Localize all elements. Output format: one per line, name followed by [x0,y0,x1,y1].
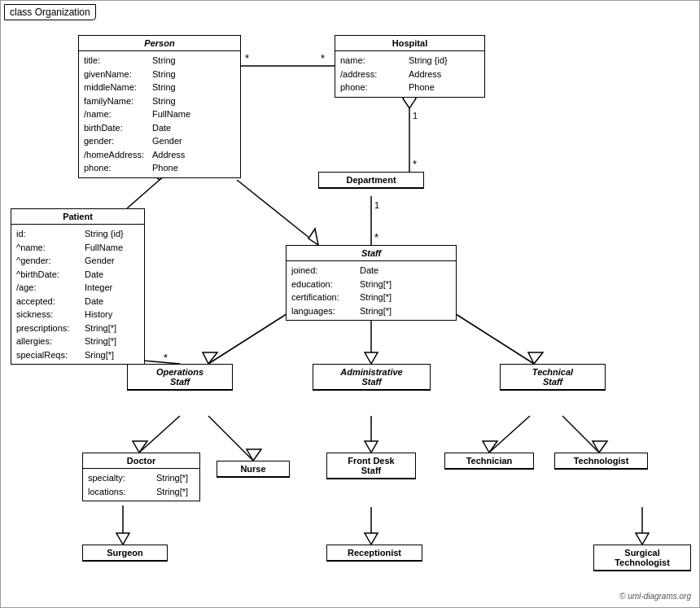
svg-text:*: * [413,158,417,170]
svg-text:1: 1 [413,111,418,120]
svg-marker-30 [483,441,497,453]
staff-body: joined:Date education:String[*] certific… [287,261,456,320]
person-class: Person title:String givenName:String mid… [78,35,241,178]
svg-line-10 [127,180,160,208]
patient-class: Patient id:String {id} ^name:FullName ^g… [11,208,145,365]
nurse-header: Nurse [217,461,289,477]
svg-text:*: * [374,231,378,243]
administrative-staff-class: AdministrativeStaff [313,364,431,391]
svg-marker-34 [116,533,129,545]
staff-class: Staff joined:Date education:String[*] ce… [286,245,457,321]
patient-header: Patient [11,209,144,225]
svg-line-23 [139,416,180,453]
technologist-class: Technologist [554,453,648,470]
receptionist-header: Receptionist [327,545,422,561]
svg-marker-20 [365,352,378,364]
diagram-container: class Organization * * 1 * 1 * [0,0,700,608]
operations-staff-class: OperationsStaff [127,364,233,391]
surgeon-class: Surgeon [82,545,168,562]
technologist-header: Technologist [555,453,647,469]
svg-marker-36 [365,533,378,545]
technician-header: Technician [445,453,533,469]
receptionist-class: Receptionist [326,545,422,562]
svg-text:*: * [321,52,325,64]
surgeon-header: Surgeon [83,545,167,561]
hospital-class: Hospital name:String {id} /address:Addre… [335,35,485,98]
technical-staff-class: TechnicalStaff [500,364,606,391]
svg-line-12 [237,180,318,245]
svg-marker-26 [247,449,261,461]
svg-text:1: 1 [374,200,379,210]
doctor-header: Doctor [83,453,199,469]
technician-class: Technician [444,453,534,470]
staff-header: Staff [287,246,456,261]
doctor-class: Doctor specialty:String[*] locations:Str… [82,453,200,501]
patient-body: id:String {id} ^name:FullName ^gender:Ge… [11,225,144,364]
svg-marker-32 [593,441,607,453]
surgical-technologist-header: SurgicalTechnologist [594,545,690,571]
diagram-title: class Organization [4,4,96,20]
svg-line-31 [562,416,599,453]
doctor-body: specialty:String[*] locations:String[*] [83,469,199,501]
front-desk-staff-header: Front DeskStaff [327,453,415,479]
administrative-staff-header: AdministrativeStaff [313,365,430,390]
svg-marker-13 [308,229,318,245]
front-desk-staff-class: Front DeskStaff [326,453,416,479]
operations-staff-header: OperationsStaff [128,365,232,390]
svg-line-25 [208,416,253,461]
nurse-class: Nurse [217,461,290,478]
svg-text:*: * [245,52,249,64]
surgical-technologist-class: SurgicalTechnologist [593,545,691,571]
svg-line-29 [489,416,530,453]
svg-marker-28 [365,441,378,453]
department-header: Department [319,173,423,188]
person-body: title:String givenName:String middleName… [79,51,240,177]
hospital-body: name:String {id} /address:Address phone:… [335,51,484,97]
svg-marker-24 [133,441,147,453]
person-header: Person [79,36,240,51]
technical-staff-header: TechnicalStaff [501,365,605,390]
department-class: Department [318,172,424,189]
svg-text:*: * [164,352,168,364]
svg-marker-22 [528,352,543,364]
svg-marker-18 [203,352,217,364]
copyright: © uml-diagrams.org [619,592,691,601]
hospital-header: Hospital [335,36,484,51]
svg-marker-38 [636,533,649,545]
